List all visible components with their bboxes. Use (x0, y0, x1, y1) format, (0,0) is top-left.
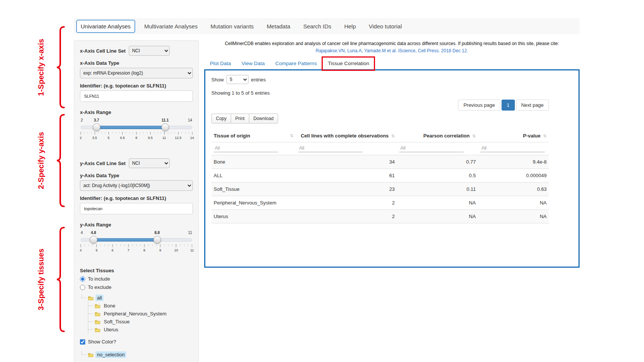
x-data-type-select[interactable]: exp: mRNA Expression (log2) (80, 68, 193, 78)
slider-handle-from[interactable] (93, 123, 100, 131)
previous-page-button[interactable]: Previous page (458, 100, 500, 111)
slider-tick: 14 (190, 132, 194, 140)
table-cell: Uterus (211, 210, 296, 223)
radio-to-include[interactable]: To include (80, 276, 193, 282)
slider-tick: 4 (80, 244, 81, 252)
table-cell: 34 (296, 155, 397, 169)
annotation-step-1: 1-Specify x-axis (34, 26, 65, 109)
slider-tick: 11 (163, 132, 166, 140)
x-cell-line-set-select[interactable]: NCI (129, 46, 170, 56)
filter-input-tissue[interactable] (214, 144, 278, 152)
tick-mark (80, 244, 81, 247)
brace-icon (55, 26, 65, 109)
tree-node-bone-label: Bone (102, 303, 117, 309)
folder-icon (88, 353, 94, 357)
radio-to-include-input[interactable] (80, 276, 85, 282)
slider-max-label: 14 (188, 118, 192, 122)
filter-input-cell-lines[interactable] (298, 144, 363, 152)
tree-node-all[interactable]: all (81, 294, 193, 302)
y-cell-line-set-label: y-Axis Cell Line Set (80, 161, 126, 166)
show-color-checkbox[interactable] (80, 339, 85, 345)
slider-tick: 5 (95, 244, 97, 252)
subtab-view-data[interactable]: View Data (237, 58, 270, 69)
filter-input-pvalue[interactable] (480, 144, 545, 152)
tick-label: 5 (108, 136, 109, 140)
tab-help[interactable]: Help (341, 20, 360, 32)
folder-icon (95, 328, 100, 332)
tick-label: 9.5 (148, 136, 153, 140)
tick-label: 2 (80, 136, 81, 140)
y-range-label: y-Axis Range (80, 222, 193, 228)
slider-tick: 9.5 (148, 132, 153, 140)
tick-label: 6 (111, 248, 113, 252)
slider-to-label: 11.1 (161, 118, 169, 122)
show-color-label: Show Color? (88, 339, 116, 345)
download-button[interactable]: Download (249, 114, 278, 123)
tree-node-no-selection[interactable]: no_selection (81, 351, 193, 359)
tab-univariate-analyses[interactable]: Univariate Analyses (76, 20, 135, 33)
table-row: Uterus 2 NA NA (211, 210, 549, 223)
slider-tick: 8 (143, 244, 145, 252)
slider-handle-to[interactable] (153, 236, 161, 243)
y-axis-range-slider[interactable]: 4 11 4.8 8.8 4 5 6 7 8 9 10 11 (81, 231, 192, 255)
radio-to-exclude-input[interactable] (80, 285, 85, 290)
tree-node-uterus-label: Uterus (102, 326, 120, 333)
tick-mark (150, 132, 150, 135)
table-cell: NA (397, 196, 478, 210)
tab-multivariate-analyses[interactable]: Multivariate Analyses (141, 20, 202, 32)
table-row: ALL 61 0.5 0.000049 (211, 169, 549, 183)
tick-mark (94, 132, 95, 135)
y-identifier-input[interactable] (80, 203, 193, 214)
slider-tick: 7 (127, 244, 129, 252)
tab-mutation-variants[interactable]: Mutation variants (207, 20, 258, 32)
sort-icon: ⇅ (290, 133, 294, 138)
filter-input-pearson[interactable] (399, 144, 464, 152)
tab-metadata[interactable]: Metadata (263, 20, 294, 32)
subtab-compare-patterns[interactable]: Compare Patterns (270, 58, 322, 69)
tree-node-bone[interactable]: Bone (88, 302, 193, 310)
radio-to-exclude[interactable]: To exclude (80, 284, 193, 290)
slider-tick: 2 (80, 132, 81, 140)
col-header-cell-lines[interactable]: Cell lines with complete observations⇅ (296, 130, 397, 142)
tree-node-peripheral-nervous-system[interactable]: Peripheral_Nervous_System (88, 310, 193, 318)
tick-label: 5 (95, 248, 97, 252)
slider-handle-to[interactable] (161, 123, 169, 131)
col-header-pearson-correlation[interactable]: Pearson correlation⇅ (397, 130, 478, 142)
y-data-type-select[interactable]: act: Drug Activity (-log10[IC50M]) (80, 180, 193, 191)
col-header-tissue-of-origin[interactable]: Tissue of origin⇅ (211, 130, 296, 142)
tick-label: 8 (143, 248, 145, 252)
table-cell: 0.000049 (478, 169, 549, 183)
page-length-select[interactable]: 5 (227, 75, 249, 84)
slider-handle-from[interactable] (90, 236, 97, 243)
filter-cell (478, 142, 549, 155)
x-identifier-input[interactable] (80, 90, 193, 102)
citation-link[interactable]: Rajapakse.VN, Luna.A, Yamade.M et al. iS… (204, 47, 580, 55)
tissue-tree-children: Bone Peripheral_Nervous_System Soft_Tiss… (88, 302, 193, 334)
tick-label: 12.5 (175, 136, 181, 140)
x-axis-range-slider[interactable]: 2 14 3.7 11.1 2 3.5 5 6.5 8 9.5 11 12.5 … (81, 118, 192, 142)
col-header-label: P-value (523, 133, 541, 139)
table-cell: 0.5 (397, 169, 478, 183)
tick-label: 11 (190, 248, 194, 252)
subtab-plot-data[interactable]: Plot Data (205, 58, 236, 69)
tree-node-uterus[interactable]: Uterus (88, 326, 193, 334)
page-1-button[interactable]: 1 (502, 100, 515, 111)
tab-search-ids[interactable]: Search IDs (299, 20, 335, 32)
tab-video-tutorial[interactable]: Video tutorial (365, 20, 405, 32)
folder-icon (95, 304, 100, 308)
print-button[interactable]: Print (231, 114, 249, 123)
next-page-button[interactable]: Next page (516, 100, 549, 111)
tick-mark (176, 244, 176, 247)
subtab-tissue-correlation[interactable]: Tissue Correlation (322, 57, 374, 69)
y-cell-line-set-select[interactable]: NCI (129, 158, 170, 168)
tree-node-soft-tissue[interactable]: Soft_Tissue (88, 318, 193, 326)
slider-max-label: 11 (188, 231, 192, 235)
tree-connector (88, 326, 93, 330)
col-header-p-value[interactable]: P-value⇅ (478, 130, 549, 142)
copy-button[interactable]: Copy (211, 114, 231, 123)
show-color-checkbox-row[interactable]: Show Color? (80, 339, 193, 345)
sort-icon: ⇅ (472, 134, 476, 138)
pagination: Previous page 1 Next page (211, 100, 549, 111)
table-cell: 0.77 (397, 155, 478, 169)
brace-icon (55, 114, 65, 208)
